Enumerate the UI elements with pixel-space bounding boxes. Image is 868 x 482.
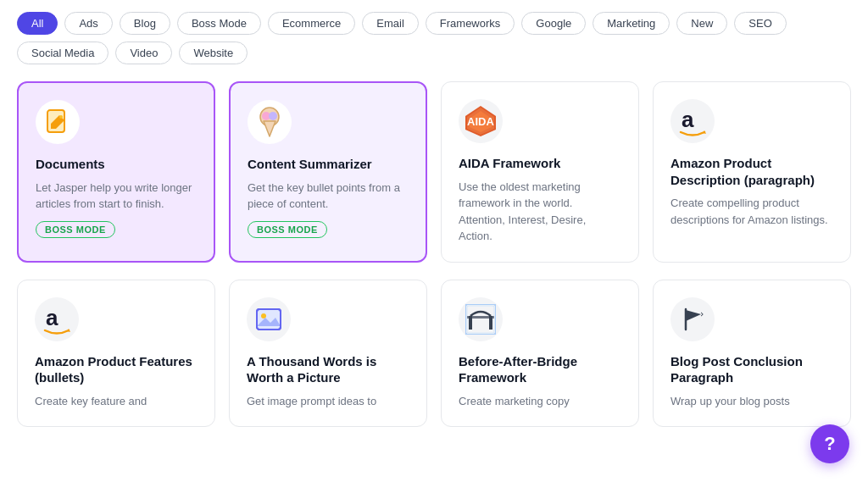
svg-text:a: a bbox=[46, 305, 58, 330]
card-desc-before-after-bridge: Create marketing copy bbox=[459, 393, 621, 410]
filter-chip-seo[interactable]: SEO bbox=[734, 12, 786, 35]
card-title-amazon-product-desc: Amazon Product Description (paragraph) bbox=[670, 155, 833, 188]
card-icon-aida-framework: AIDA bbox=[459, 99, 503, 143]
card-desc-content-summarizer: Get the key bullet points from a piece o… bbox=[248, 180, 409, 213]
svg-marker-5 bbox=[264, 121, 275, 136]
card-title-aida-framework: AIDA Framework bbox=[459, 155, 621, 172]
svg-rect-16 bbox=[257, 309, 281, 330]
card-desc-amazon-product-features: Create key feature and bbox=[35, 393, 198, 410]
filter-chip-all[interactable]: All bbox=[17, 12, 58, 35]
filter-chip-blog[interactable]: Blog bbox=[120, 12, 170, 35]
card-desc-documents: Let Jasper help you write longer article… bbox=[36, 180, 197, 213]
card-desc-blog-post-conclusion: Wrap up your blog posts bbox=[670, 393, 833, 410]
filter-chip-social-media[interactable]: Social Media bbox=[17, 42, 108, 64]
card-title-amazon-product-features: Amazon Product Features (bullets) bbox=[35, 353, 198, 386]
filter-chip-video[interactable]: Video bbox=[115, 42, 172, 64]
filter-chip-ads[interactable]: Ads bbox=[64, 12, 112, 35]
card-title-blog-post-conclusion: Blog Post Conclusion Paragraph bbox=[670, 353, 833, 386]
filter-bar: AllAdsBlogBoss ModeEcommerceEmailFramewo… bbox=[0, 0, 868, 73]
svg-text:AIDA: AIDA bbox=[467, 115, 494, 128]
filter-chip-website[interactable]: Website bbox=[179, 42, 248, 64]
card-icon-blog-post-conclusion bbox=[670, 297, 715, 341]
card-icon-amazon-product-desc: a bbox=[670, 99, 715, 143]
card-blog-post-conclusion[interactable]: Blog Post Conclusion ParagraphWrap up yo… bbox=[653, 280, 851, 428]
card-title-content-summarizer: Content Summarizer bbox=[248, 156, 409, 173]
filter-chip-frameworks[interactable]: Frameworks bbox=[426, 12, 515, 35]
card-icon-documents bbox=[36, 100, 80, 144]
card-desc-aida-framework: Use the oldest marketing framework in th… bbox=[459, 179, 621, 245]
card-amazon-product-features[interactable]: a Amazon Product Features (bullets)Creat… bbox=[17, 280, 215, 428]
filter-chip-ecommerce[interactable]: Ecommerce bbox=[268, 12, 355, 35]
card-desc-amazon-product-desc: Create compelling product descriptions f… bbox=[670, 195, 833, 228]
filter-chip-new[interactable]: New bbox=[676, 12, 727, 35]
svg-point-7 bbox=[269, 112, 277, 120]
card-title-thousand-words: A Thousand Words is Worth a Picture bbox=[247, 353, 409, 386]
card-icon-thousand-words bbox=[247, 297, 291, 341]
card-documents[interactable]: DocumentsLet Jasper help you write longe… bbox=[17, 81, 215, 263]
card-icon-amazon-product-features: a bbox=[35, 297, 79, 341]
cards-grid-row1: DocumentsLet Jasper help you write longe… bbox=[0, 73, 868, 271]
help-button[interactable]: ? bbox=[810, 424, 849, 463]
card-title-before-after-bridge: Before-After-Bridge Framework bbox=[459, 353, 621, 386]
svg-rect-22 bbox=[489, 316, 492, 330]
card-before-after-bridge[interactable]: Before-After-Bridge FrameworkCreate mark… bbox=[441, 280, 639, 428]
card-icon-before-after-bridge bbox=[459, 297, 503, 341]
card-desc-thousand-words: Get image prompt ideas to bbox=[247, 393, 409, 410]
svg-text:a: a bbox=[682, 107, 694, 132]
boss-mode-badge-documents: BOSS MODE bbox=[36, 221, 115, 238]
card-thousand-words[interactable]: A Thousand Words is Worth a PictureGet i… bbox=[229, 280, 427, 428]
card-aida-framework[interactable]: AIDA AIDA FrameworkUse the oldest market… bbox=[441, 81, 639, 263]
filter-chip-email[interactable]: Email bbox=[362, 12, 419, 35]
svg-marker-26 bbox=[686, 310, 701, 321]
filter-chip-boss-mode[interactable]: Boss Mode bbox=[177, 12, 261, 35]
filter-chip-google[interactable]: Google bbox=[521, 12, 586, 35]
card-amazon-product-desc[interactable]: a Amazon Product Description (paragraph)… bbox=[653, 81, 851, 263]
card-content-summarizer[interactable]: Content SummarizerGet the key bullet poi… bbox=[229, 81, 427, 263]
svg-point-2 bbox=[59, 115, 63, 119]
cards-grid-row2: a Amazon Product Features (bullets)Creat… bbox=[0, 271, 868, 436]
filter-chip-marketing[interactable]: Marketing bbox=[593, 12, 670, 35]
svg-rect-21 bbox=[469, 316, 472, 330]
card-title-documents: Documents bbox=[36, 156, 197, 173]
card-icon-content-summarizer bbox=[248, 100, 292, 144]
boss-mode-badge-content-summarizer: BOSS MODE bbox=[248, 221, 327, 238]
